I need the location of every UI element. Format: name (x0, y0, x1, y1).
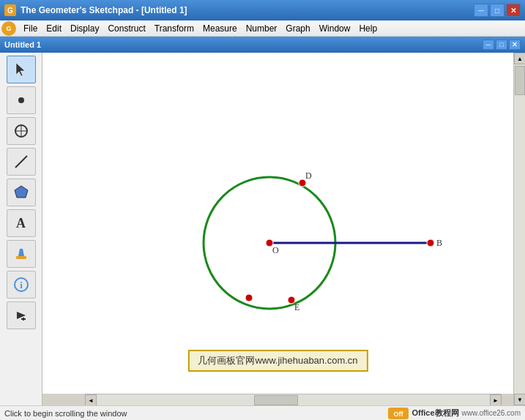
menu-transform[interactable]: Transform (150, 22, 198, 35)
label-d: D (305, 170, 312, 181)
menu-graph[interactable]: Graph (281, 22, 314, 35)
content-wrapper: Untitled 1 ─ □ ✕ (0, 37, 525, 420)
selection-tool-button[interactable] (7, 56, 36, 83)
close-button[interactable]: ✕ (506, 4, 521, 17)
watermark-banner: 几何画板官网www.jihehuaban.com.cn (187, 350, 368, 372)
scroll-left-button[interactable]: ◄ (85, 394, 97, 405)
window-controls: ─ □ ✕ (474, 4, 521, 17)
label-e: E (294, 302, 299, 312)
vscroll-thumb[interactable] (515, 66, 525, 95)
menu-construct[interactable]: Construct (103, 22, 149, 35)
compass-tool-button[interactable] (7, 117, 36, 145)
menu-number[interactable]: Number (242, 22, 282, 35)
svg-text:i: i (20, 280, 23, 290)
svg-text:Off: Off (394, 410, 404, 418)
vscroll-track[interactable] (514, 64, 525, 394)
watermark-text: 几何画板官网www.jihehuaban.com.cn (198, 355, 357, 366)
point-b[interactable] (427, 239, 434, 247)
inner-close[interactable]: ✕ (509, 40, 521, 50)
inner-minimize[interactable]: ─ (483, 40, 494, 50)
menu-window[interactable]: Window (315, 22, 355, 35)
svg-marker-11 (17, 312, 26, 319)
menu-display[interactable]: Display (66, 22, 103, 35)
status-bar: Click to begin scrolling the window Off … (0, 405, 525, 420)
minimize-button[interactable]: ─ (474, 4, 488, 17)
workspace: A i (0, 53, 525, 405)
horizontal-scrollbar[interactable]: ◄ ► (85, 394, 502, 405)
polygon-tool-button[interactable] (7, 179, 36, 206)
title-bar: G The Geometer's Sketchpad - [Untitled 1… (0, 0, 525, 20)
svg-point-1 (18, 97, 24, 103)
app-menu-icon[interactable]: G (1, 21, 16, 36)
svg-marker-8 (18, 249, 24, 256)
inner-controls: ─ □ ✕ (483, 40, 521, 50)
menu-measure[interactable]: Measure (198, 22, 242, 35)
canvas-container: O D B E 几何画板官网www.jihehuaban.com.cn (42, 53, 513, 405)
label-b: B (436, 238, 442, 248)
window-title: The Geometer's Sketchpad - [Untitled 1] (21, 5, 474, 15)
menu-edit[interactable]: Edit (42, 22, 66, 35)
inner-title-bar: Untitled 1 ─ □ ✕ (0, 37, 525, 53)
logo-url: www.office26.com (462, 409, 521, 417)
svg-line-5 (15, 156, 27, 168)
menu-help[interactable]: Help (354, 22, 381, 35)
menu-bar: G File Edit Display Construct Transform … (0, 20, 525, 37)
scroll-up-button[interactable]: ▲ (514, 53, 525, 64)
text-tool-button[interactable]: A (7, 209, 36, 237)
office-logo-icon: Off (388, 408, 409, 419)
maximize-button[interactable]: □ (490, 4, 504, 17)
point-bottom-left[interactable] (245, 294, 253, 301)
menu-file[interactable]: File (19, 22, 42, 35)
vertical-scrollbar[interactable]: ▲ ▼ (513, 53, 525, 405)
logo-text: Office教程网 (412, 408, 458, 419)
app-icon: G (4, 4, 16, 16)
svg-rect-7 (16, 256, 26, 259)
custom-tool-button[interactable] (7, 301, 36, 329)
status-text: Click to begin scrolling the window (4, 409, 127, 418)
label-o: O (272, 245, 279, 255)
scroll-down-button[interactable]: ▼ (514, 394, 525, 405)
hscroll-track[interactable] (97, 394, 490, 405)
point-tool-button[interactable] (7, 86, 36, 114)
toolbar: A i (0, 53, 42, 405)
geometry-svg: O D B E (42, 53, 513, 394)
inner-maximize[interactable]: □ (496, 40, 507, 50)
scroll-right-button[interactable]: ► (490, 394, 502, 405)
marker-tool-button[interactable] (7, 240, 36, 268)
svg-marker-0 (16, 63, 25, 76)
svg-marker-6 (15, 186, 28, 198)
line-tool-button[interactable] (7, 148, 36, 176)
info-tool-button[interactable]: i (7, 271, 36, 299)
drawing-canvas[interactable]: O D B E 几何画板官网www.jihehuaban.com.cn (42, 53, 513, 394)
hscroll-thumb[interactable] (254, 395, 298, 405)
inner-title-text: Untitled 1 (4, 40, 41, 49)
